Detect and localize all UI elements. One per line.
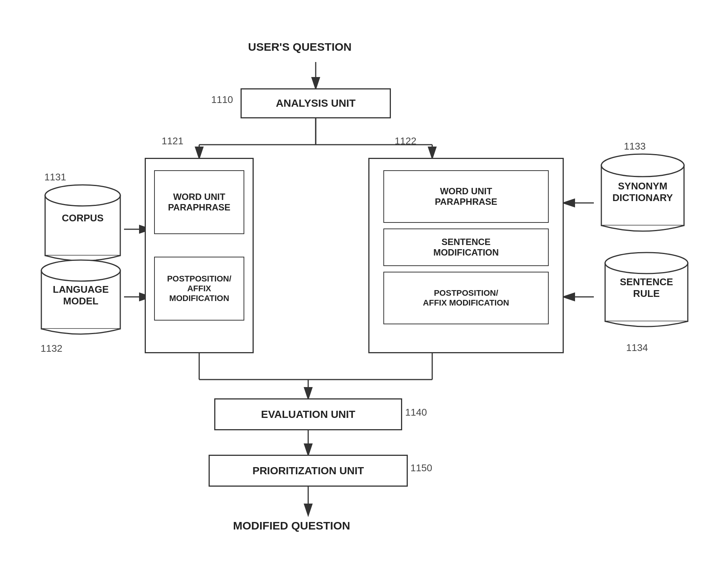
ref-1121: 1121 <box>162 135 183 147</box>
ref-1133: 1133 <box>624 141 646 152</box>
modified-question-label: MODIFIED QUESTION <box>233 519 350 532</box>
ref-1134: 1134 <box>626 342 648 354</box>
svg-point-27 <box>605 253 688 274</box>
language-model-cylinder: LANGUAGE MODEL <box>38 256 124 342</box>
ref-1150: 1150 <box>410 462 432 474</box>
analysis-unit-box: ANALYSIS UNIT <box>241 88 391 118</box>
synonym-dictionary-cylinder: SYNONYM DICTIONARY <box>598 150 688 241</box>
word-unit-paraphrase-left-box: WORD UNIT PARAPHRASE <box>154 170 244 234</box>
sentence-modification-box: SENTENCE MODIFICATION <box>383 228 549 266</box>
svg-point-25 <box>601 154 684 177</box>
ref-1122: 1122 <box>395 135 416 147</box>
sentence-rule-label: SENTENCE RULE <box>601 276 692 300</box>
prioritization-unit-box: PRIORITIZATION UNIT <box>209 455 408 487</box>
synonym-dictionary-label: SYNONYM DICTIONARY <box>598 180 688 204</box>
ref-1131: 1131 <box>44 171 66 183</box>
language-model-label: LANGUAGE MODEL <box>38 284 124 307</box>
ref-1140: 1140 <box>405 407 427 418</box>
svg-point-23 <box>41 260 120 281</box>
postposition-affix-left-box: POSTPOSITION/ AFFIX MODIFICATION <box>154 257 244 321</box>
word-unit-paraphrase-right-box: WORD UNIT PARAPHRASE <box>383 170 549 223</box>
right-block: WORD UNIT PARAPHRASE SENTENCE MODIFICATI… <box>368 158 564 353</box>
users-question-label: USER'S QUESTION <box>248 41 352 53</box>
svg-point-21 <box>45 185 120 206</box>
sentence-rule-cylinder: SENTENCE RULE <box>601 248 692 334</box>
left-block: WORD UNIT PARAPHRASE POSTPOSITION/ AFFIX… <box>145 158 254 353</box>
evaluation-unit-box: EVALUATION UNIT <box>214 398 402 430</box>
ref-1132: 1132 <box>41 343 62 354</box>
corpus-label: CORPUS <box>41 212 124 224</box>
diagram: USER'S QUESTION ANALYSIS UNIT 1110 1121 … <box>0 0 728 587</box>
corpus-cylinder: CORPUS <box>41 180 124 267</box>
ref-1110: 1110 <box>211 94 233 106</box>
postposition-affix-right-box: POSTPOSITION/ AFFIX MODIFICATION <box>383 272 549 324</box>
